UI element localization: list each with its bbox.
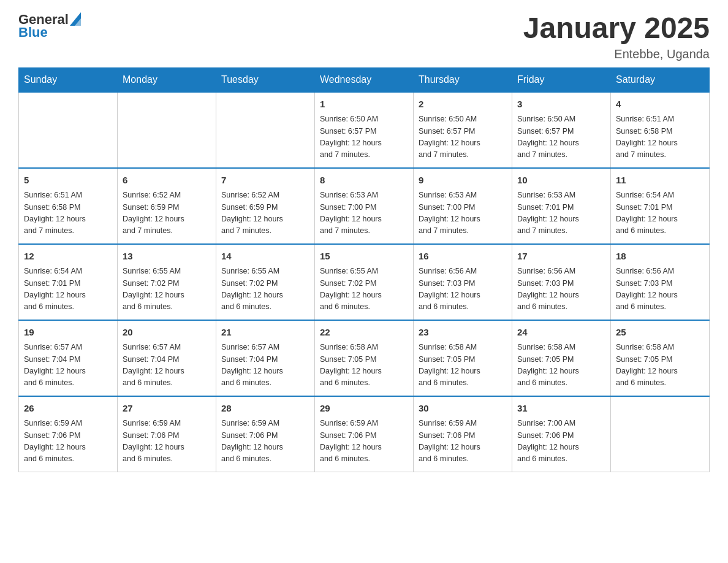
day-info: Sunrise: 6:59 AMSunset: 7:06 PMDaylight:… (221, 418, 309, 465)
calendar-cell: 17Sunrise: 6:56 AMSunset: 7:03 PMDayligh… (512, 244, 611, 320)
calendar-week-row: 5Sunrise: 6:51 AMSunset: 6:58 PMDaylight… (19, 168, 710, 244)
day-info: Sunrise: 6:58 AMSunset: 7:05 PMDaylight:… (419, 342, 507, 389)
calendar-cell: 1Sunrise: 6:50 AMSunset: 6:57 PMDaylight… (315, 92, 414, 168)
day-number: 2 (419, 98, 507, 112)
calendar-cell: 27Sunrise: 6:59 AMSunset: 7:06 PMDayligh… (118, 396, 216, 472)
day-number: 30 (419, 402, 507, 416)
logo-triangle-icon (70, 12, 81, 26)
calendar-cell: 18Sunrise: 6:56 AMSunset: 7:03 PMDayligh… (611, 244, 710, 320)
day-number: 29 (320, 402, 408, 416)
day-number: 31 (517, 402, 605, 416)
day-info: Sunrise: 6:59 AMSunset: 7:06 PMDaylight:… (24, 418, 112, 465)
page-header: General Blue January 2025 Entebbe, Ugand… (18, 12, 710, 61)
day-number: 11 (616, 174, 704, 188)
logo: General Blue (18, 12, 81, 39)
day-info: Sunrise: 6:58 AMSunset: 7:05 PMDaylight:… (320, 342, 408, 389)
day-number: 25 (616, 326, 704, 340)
calendar-header-tuesday: Tuesday (216, 67, 315, 92)
day-number: 19 (24, 326, 112, 340)
day-number: 16 (419, 250, 507, 264)
day-info: Sunrise: 6:58 AMSunset: 7:05 PMDaylight:… (616, 342, 704, 389)
calendar-cell (611, 396, 710, 472)
day-info: Sunrise: 6:51 AMSunset: 6:58 PMDaylight:… (616, 113, 704, 161)
calendar-subtitle: Entebbe, Uganda (523, 47, 710, 61)
calendar-cell (216, 92, 315, 168)
calendar-cell: 19Sunrise: 6:57 AMSunset: 7:04 PMDayligh… (19, 320, 118, 396)
logo-blue-text: Blue (18, 26, 48, 39)
day-number: 18 (616, 250, 704, 264)
day-info: Sunrise: 6:55 AMSunset: 7:02 PMDaylight:… (123, 266, 211, 313)
day-info: Sunrise: 6:57 AMSunset: 7:04 PMDaylight:… (24, 342, 112, 389)
calendar-cell: 30Sunrise: 6:59 AMSunset: 7:06 PMDayligh… (414, 396, 512, 472)
calendar-cell: 6Sunrise: 6:52 AMSunset: 6:59 PMDaylight… (118, 168, 216, 244)
day-number: 1 (320, 98, 408, 112)
calendar-cell: 25Sunrise: 6:58 AMSunset: 7:05 PMDayligh… (611, 320, 710, 396)
day-info: Sunrise: 6:55 AMSunset: 7:02 PMDaylight:… (320, 266, 408, 313)
day-info: Sunrise: 6:53 AMSunset: 7:01 PMDaylight:… (517, 190, 605, 237)
day-info: Sunrise: 6:58 AMSunset: 7:05 PMDaylight:… (517, 342, 605, 389)
calendar-cell: 26Sunrise: 6:59 AMSunset: 7:06 PMDayligh… (19, 396, 118, 472)
day-info: Sunrise: 6:52 AMSunset: 6:59 PMDaylight:… (123, 190, 211, 237)
day-info: Sunrise: 6:55 AMSunset: 7:02 PMDaylight:… (221, 266, 309, 313)
calendar-cell (118, 92, 216, 168)
calendar-cell: 13Sunrise: 6:55 AMSunset: 7:02 PMDayligh… (118, 244, 216, 320)
day-number: 17 (517, 250, 605, 264)
day-info: Sunrise: 7:00 AMSunset: 7:06 PMDaylight:… (517, 418, 605, 465)
calendar-cell: 3Sunrise: 6:50 AMSunset: 6:57 PMDaylight… (512, 92, 611, 168)
day-number: 24 (517, 326, 605, 340)
calendar-header-thursday: Thursday (414, 67, 512, 92)
day-info: Sunrise: 6:56 AMSunset: 7:03 PMDaylight:… (616, 266, 704, 313)
calendar-cell: 11Sunrise: 6:54 AMSunset: 7:01 PMDayligh… (611, 168, 710, 244)
calendar-cell: 7Sunrise: 6:52 AMSunset: 6:59 PMDaylight… (216, 168, 315, 244)
day-number: 20 (123, 326, 211, 340)
calendar-week-row: 12Sunrise: 6:54 AMSunset: 7:01 PMDayligh… (19, 244, 710, 320)
day-number: 28 (221, 402, 309, 416)
day-info: Sunrise: 6:59 AMSunset: 7:06 PMDaylight:… (419, 418, 507, 465)
day-number: 10 (517, 174, 605, 188)
calendar-header-monday: Monday (118, 67, 216, 92)
day-info: Sunrise: 6:50 AMSunset: 6:57 PMDaylight:… (320, 113, 408, 161)
day-number: 22 (320, 326, 408, 340)
calendar-cell: 8Sunrise: 6:53 AMSunset: 7:00 PMDaylight… (315, 168, 414, 244)
day-info: Sunrise: 6:56 AMSunset: 7:03 PMDaylight:… (517, 266, 605, 313)
day-info: Sunrise: 6:53 AMSunset: 7:00 PMDaylight:… (419, 190, 507, 237)
calendar-cell: 5Sunrise: 6:51 AMSunset: 6:58 PMDaylight… (19, 168, 118, 244)
calendar-cell: 24Sunrise: 6:58 AMSunset: 7:05 PMDayligh… (512, 320, 611, 396)
day-number: 8 (320, 174, 408, 188)
calendar-cell: 22Sunrise: 6:58 AMSunset: 7:05 PMDayligh… (315, 320, 414, 396)
day-info: Sunrise: 6:53 AMSunset: 7:00 PMDaylight:… (320, 190, 408, 237)
calendar-week-row: 26Sunrise: 6:59 AMSunset: 7:06 PMDayligh… (19, 396, 710, 472)
day-number: 9 (419, 174, 507, 188)
calendar-cell (19, 92, 118, 168)
day-info: Sunrise: 6:59 AMSunset: 7:06 PMDaylight:… (320, 418, 408, 465)
calendar-header-saturday: Saturday (611, 67, 710, 92)
day-info: Sunrise: 6:59 AMSunset: 7:06 PMDaylight:… (123, 418, 211, 465)
day-number: 3 (517, 98, 605, 112)
day-number: 7 (221, 174, 309, 188)
day-info: Sunrise: 6:56 AMSunset: 7:03 PMDaylight:… (419, 266, 507, 313)
calendar-header-sunday: Sunday (19, 67, 118, 92)
day-number: 21 (221, 326, 309, 340)
calendar-cell: 29Sunrise: 6:59 AMSunset: 7:06 PMDayligh… (315, 396, 414, 472)
day-info: Sunrise: 6:57 AMSunset: 7:04 PMDaylight:… (221, 342, 309, 389)
calendar-header-friday: Friday (512, 67, 611, 92)
day-info: Sunrise: 6:51 AMSunset: 6:58 PMDaylight:… (24, 190, 112, 237)
day-number: 14 (221, 250, 309, 264)
calendar-week-row: 19Sunrise: 6:57 AMSunset: 7:04 PMDayligh… (19, 320, 710, 396)
day-number: 5 (24, 174, 112, 188)
calendar-cell: 9Sunrise: 6:53 AMSunset: 7:00 PMDaylight… (414, 168, 512, 244)
calendar-cell: 28Sunrise: 6:59 AMSunset: 7:06 PMDayligh… (216, 396, 315, 472)
calendar-cell: 20Sunrise: 6:57 AMSunset: 7:04 PMDayligh… (118, 320, 216, 396)
calendar-cell: 15Sunrise: 6:55 AMSunset: 7:02 PMDayligh… (315, 244, 414, 320)
day-number: 13 (123, 250, 211, 264)
calendar-cell: 14Sunrise: 6:55 AMSunset: 7:02 PMDayligh… (216, 244, 315, 320)
calendar-table: SundayMondayTuesdayWednesdayThursdayFrid… (18, 67, 710, 472)
calendar-cell: 4Sunrise: 6:51 AMSunset: 6:58 PMDaylight… (611, 92, 710, 168)
calendar-cell: 23Sunrise: 6:58 AMSunset: 7:05 PMDayligh… (414, 320, 512, 396)
day-info: Sunrise: 6:52 AMSunset: 6:59 PMDaylight:… (221, 190, 309, 237)
calendar-cell: 31Sunrise: 7:00 AMSunset: 7:06 PMDayligh… (512, 396, 611, 472)
calendar-header-wednesday: Wednesday (315, 67, 414, 92)
calendar-cell: 16Sunrise: 6:56 AMSunset: 7:03 PMDayligh… (414, 244, 512, 320)
day-info: Sunrise: 6:50 AMSunset: 6:57 PMDaylight:… (517, 113, 605, 161)
day-number: 26 (24, 402, 112, 416)
